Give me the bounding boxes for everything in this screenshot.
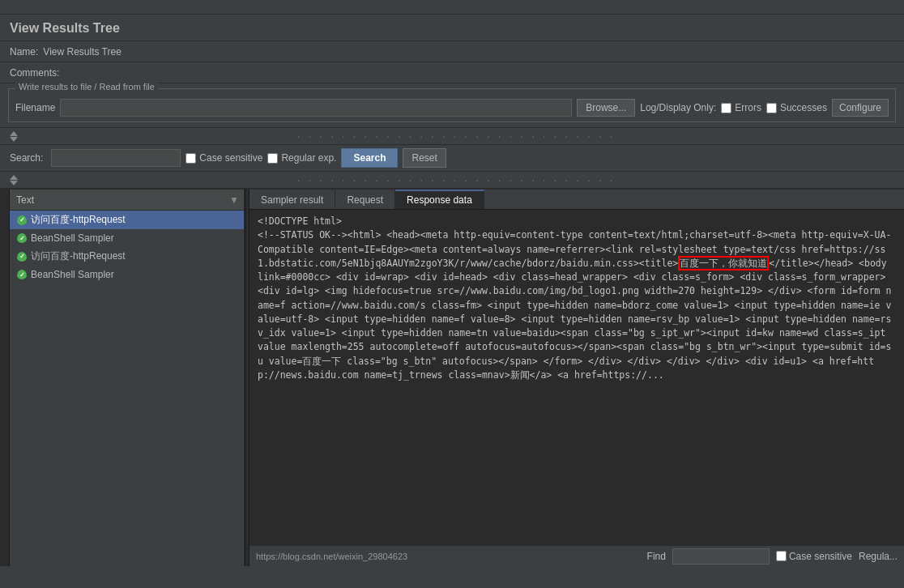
regex-group: Regular exp. — [267, 152, 336, 164]
search-input[interactable] — [51, 149, 181, 167]
tree-header-arrow[interactable]: ▼ — [224, 192, 244, 208]
filename-input[interactable] — [60, 99, 572, 117]
scroll-arrows-up-down[interactable] — [10, 131, 18, 142]
regex-label[interactable]: Regular exp. — [281, 152, 336, 164]
arrow-up-icon[interactable] — [10, 131, 18, 136]
search-label: Search: — [10, 152, 43, 164]
tree-header-text: Text — [10, 192, 224, 208]
tree-item-label-0: 访问百度-httpRequest — [31, 213, 126, 227]
arrow-up-icon-2[interactable] — [10, 175, 18, 180]
reset-button[interactable]: Reset — [403, 148, 446, 168]
bottom-search-input[interactable] — [672, 548, 770, 565]
case-sensitive-label[interactable]: Case sensitive — [199, 152, 262, 164]
arrow-down-icon-2[interactable] — [10, 181, 18, 185]
errors-checkbox-group: Errors — [721, 102, 761, 113]
comments-row: Comments: — [0, 62, 904, 83]
center-divider: · · · · · · · · · · · · · · · · · · · · … — [18, 130, 894, 143]
tree-panel: Text ▼ 访问百度-httpRequest BeanShell Sample… — [10, 190, 245, 566]
successes-label[interactable]: Successes — [780, 102, 827, 113]
view-results-panel: View Results Tree Name: View Results Tre… — [0, 15, 904, 189]
log-display-label: Log/Display Only: — [640, 102, 716, 113]
tabs-bar: Sampler result Request Response data — [249, 190, 904, 210]
errors-label[interactable]: Errors — [735, 102, 761, 113]
name-label: Name: — [10, 46, 38, 58]
search-button[interactable]: Search — [341, 148, 398, 168]
main-area: Text ▼ 访问百度-httpRequest BeanShell Sample… — [0, 189, 904, 566]
section-legend: Write results to file / Read from file — [15, 82, 158, 92]
write-section: Write results to file / Read from file F… — [8, 88, 896, 122]
top-bar — [0, 0, 904, 15]
bottom-find-label: Find — [647, 551, 666, 562]
bottom-url: https://blog.csdn.net/weixin_29804623 — [256, 552, 641, 561]
filename-row: Filename Browse... Log/Display Only: Err… — [15, 99, 889, 117]
bottom-case-sensitive-label[interactable]: Case sensitive — [789, 551, 852, 562]
regex-checkbox[interactable] — [267, 153, 278, 164]
tab-sampler-result[interactable]: Sampler result — [249, 190, 335, 209]
right-panel: Sampler result Request Response data <!D… — [249, 190, 904, 566]
tree-item-label-1: BeanShell Sampler — [31, 232, 114, 244]
center-divider-2: · · · · · · · · · · · · · · · · · · · · … — [18, 173, 894, 186]
scroll-arrows-up-down-2[interactable] — [10, 175, 18, 185]
name-value: View Results Tree — [43, 46, 122, 58]
tree-item-label-2: 访问百度-httpRequest — [31, 249, 126, 263]
name-row: Name: View Results Tree — [0, 41, 904, 62]
configure-button[interactable]: Configure — [832, 99, 889, 117]
bottom-bar: https://blog.csdn.net/weixin_29804623 Fi… — [249, 545, 904, 566]
bottom-case-sensitive-group: Case sensitive — [776, 551, 852, 562]
response-content: <!DOCTYPE html> <!--STATUS OK--><html> <… — [249, 210, 904, 545]
errors-checkbox[interactable] — [721, 103, 731, 113]
highlight-title: 百度一下，你就知道 — [678, 256, 769, 271]
tree-item-0[interactable]: 访问百度-httpRequest — [10, 211, 244, 229]
successes-checkbox[interactable] — [766, 103, 777, 113]
search-row: Search: Case sensitive Regular exp. Sear… — [0, 144, 904, 172]
tree-item-3[interactable]: BeanShell Sampler — [10, 266, 244, 283]
tab-request[interactable]: Request — [335, 190, 395, 209]
bottom-case-sensitive-checkbox[interactable] — [776, 551, 787, 561]
filename-label: Filename — [15, 102, 55, 113]
shield-icon-2 — [16, 251, 28, 262]
left-sidebar-mini — [0, 190, 10, 566]
tree-item-1[interactable]: BeanShell Sampler — [10, 229, 244, 247]
tab-response-data[interactable]: Response data — [395, 190, 484, 209]
tree-item-2[interactable]: 访问百度-httpRequest — [10, 247, 244, 266]
scroll-arrows-row-2: · · · · · · · · · · · · · · · · · · · · … — [0, 172, 904, 189]
tree-header: Text ▼ — [10, 190, 244, 211]
shield-icon-0 — [16, 215, 28, 226]
successes-checkbox-group: Successes — [766, 102, 827, 113]
shield-icon-3 — [16, 269, 28, 280]
browse-button[interactable]: Browse... — [577, 99, 635, 117]
arrow-down-icon[interactable] — [10, 137, 18, 142]
case-sensitive-group: Case sensitive — [185, 152, 262, 164]
bottom-regular-label: Regula... — [859, 551, 898, 562]
shield-icon-1 — [16, 232, 28, 244]
panel-title: View Results Tree — [0, 15, 904, 41]
scroll-arrows-row-1: · · · · · · · · · · · · · · · · · · · · … — [0, 127, 904, 144]
comments-label: Comments: — [10, 67, 59, 79]
case-sensitive-checkbox[interactable] — [185, 153, 196, 164]
tree-item-label-3: BeanShell Sampler — [31, 269, 114, 280]
